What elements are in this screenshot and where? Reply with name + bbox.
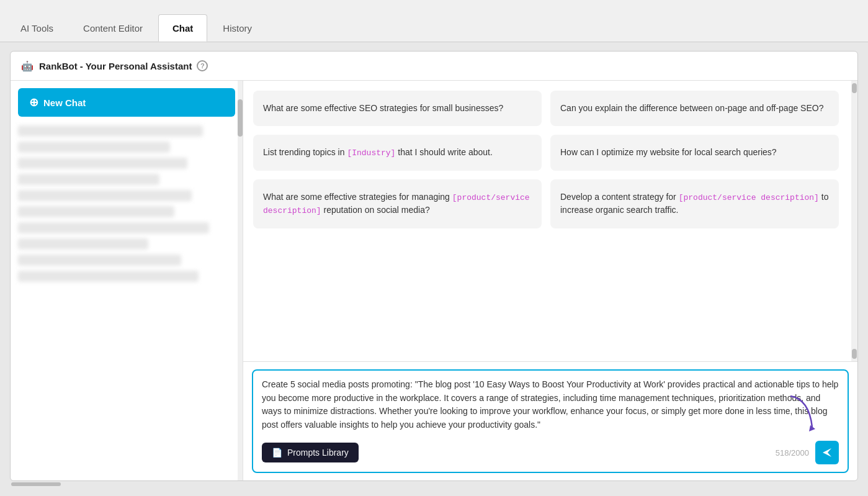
main-area: 🤖 RankBot - Your Personal Assistant ? ⊕ … [0,42,868,496]
suggestion-card-3[interactable]: List trending topics in [Industry] that … [253,135,542,171]
right-scrolltrack [851,81,857,361]
sidebar-scrolltrack [238,81,243,480]
sidebar-history-list [18,125,235,282]
plus-icon: ⊕ [29,96,38,109]
suggestion-card-1[interactable]: What are some effective SEO strategies f… [253,91,542,126]
send-button[interactable] [815,441,839,464]
help-icon[interactable]: ? [197,60,208,71]
chat-header: 🤖 RankBot - Your Personal Assistant ? [11,52,857,81]
chat-input-wrapper: 📄 Prompts Library 518/2000 [252,369,849,473]
suggestion-card-4[interactable]: How can I optimize my website for local … [550,135,839,171]
history-item[interactable] [18,125,203,137]
bottom-scrollbar [10,481,858,487]
history-item[interactable] [18,238,148,250]
suggestion-area: What are some effective SEO strategies f… [243,81,857,361]
history-item[interactable] [18,174,159,185]
history-item[interactable] [18,190,192,201]
chat-title: RankBot - Your Personal Assistant [39,61,192,71]
char-count: 518/2000 [776,448,809,458]
tab-history[interactable]: History [208,14,266,42]
new-chat-button[interactable]: ⊕ New Chat [18,88,235,117]
chat-container: 🤖 RankBot - Your Personal Assistant ? ⊕ … [10,51,858,481]
chat-input[interactable] [262,378,839,434]
history-item[interactable] [18,142,170,153]
chat-main: What are some effective SEO strategies f… [243,81,857,480]
suggestion-card-6[interactable]: Develop a content strategy for [product/… [550,179,839,228]
highlight-product2: [product/service description] [679,193,819,202]
suggestion-grid: What are some effective SEO strategies f… [253,91,848,228]
send-icon [821,447,833,458]
chat-input-footer: 📄 Prompts Library 518/2000 [262,441,839,464]
tab-bar: AI Tools Content Editor Chat History [0,0,868,42]
highlight-industry: [Industry] [347,148,395,158]
new-chat-label: New Chat [43,97,86,108]
chat-input-area: 📄 Prompts Library 518/2000 [243,361,857,480]
history-item[interactable] [18,271,199,282]
sidebar-inner: ⊕ New Chat [11,81,243,480]
rankbot-icon: 🤖 [20,59,34,73]
tab-ai-tools[interactable]: AI Tools [6,14,68,42]
right-scrollthumb-up[interactable] [852,83,857,93]
chat-body: ⊕ New Chat [11,81,857,480]
suggestion-card-5[interactable]: What are some effective strategies for m… [253,179,542,228]
history-item[interactable] [18,158,187,169]
history-item[interactable] [18,222,209,233]
suggestion-card-2[interactable]: Can you explain the difference between o… [550,91,839,126]
history-item[interactable] [18,255,181,266]
tab-chat[interactable]: Chat [158,14,207,42]
right-scrollthumb-down[interactable] [852,349,857,359]
tab-content-editor[interactable]: Content Editor [69,14,157,42]
bottom-scroll-thumb[interactable] [11,482,61,486]
history-item[interactable] [18,206,174,217]
document-icon: 📄 [272,448,282,458]
chat-sidebar: ⊕ New Chat [11,81,243,480]
prompts-library-button[interactable]: 📄 Prompts Library [262,443,359,462]
prompts-library-label: Prompts Library [287,448,349,458]
sidebar-scrollthumb[interactable] [238,99,243,137]
